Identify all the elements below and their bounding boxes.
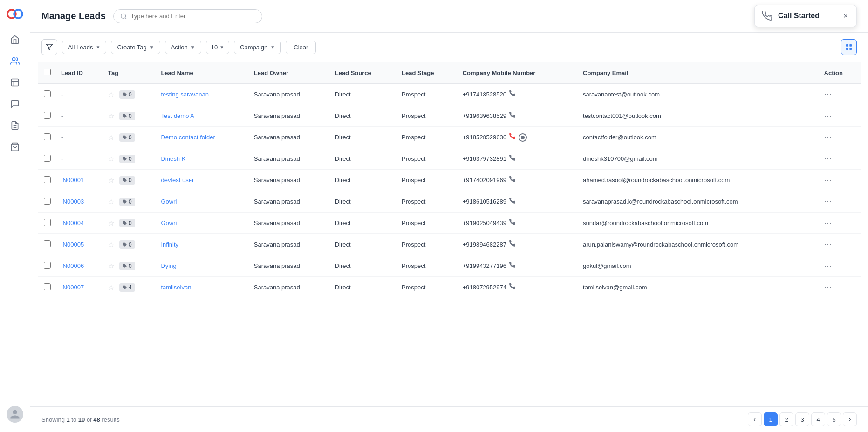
action-menu-button[interactable]: ··· [824,154,833,163]
row-checkbox[interactable] [44,90,51,97]
page-2-button[interactable]: 2 [779,412,793,426]
phone-icon[interactable] [509,133,516,141]
sidebar-item-leads[interactable] [6,52,24,70]
phone-icon[interactable] [509,112,516,120]
row-checkbox[interactable] [44,155,51,162]
phone-icon[interactable] [509,90,516,98]
lead-id-link[interactable]: IN00006 [61,262,84,269]
action-menu-button[interactable]: ··· [824,89,833,99]
lead-name-link[interactable]: Dinesh K [161,155,185,162]
page-5-button[interactable]: 5 [827,412,841,426]
phone-icon[interactable] [509,198,516,206]
row-checkbox-cell[interactable] [38,234,56,255]
lead-name-link[interactable]: testing saravanan [161,91,209,98]
search-input[interactable] [131,13,255,20]
lead-id-link[interactable]: IN00003 [61,198,84,205]
lead-name-link[interactable]: Gowri [161,219,177,226]
action-menu-button[interactable]: ··· [824,240,833,249]
star-icon[interactable]: ☆ [108,176,114,184]
sidebar-item-store[interactable] [6,138,24,156]
tag-badge[interactable]: 4 [119,283,135,292]
lead-id-link[interactable]: IN00004 [61,219,84,226]
star-icon[interactable]: ☆ [108,90,114,98]
row-checkbox-cell[interactable] [38,127,56,148]
lead-id-link[interactable]: IN00005 [61,241,84,248]
lead-id-link[interactable]: IN00001 [61,177,84,184]
phone-icon[interactable] [509,219,516,227]
tag-badge[interactable]: 0 [119,219,135,227]
filter-button[interactable] [41,39,57,55]
star-icon[interactable]: ☆ [108,283,114,291]
action-menu-button[interactable]: ··· [824,261,833,270]
tag-badge[interactable]: 0 [119,133,135,142]
lead-name-link[interactable]: Gowri [161,198,177,205]
star-icon[interactable]: ☆ [108,240,114,248]
row-checkbox[interactable] [44,198,51,205]
select-all-checkbox[interactable] [44,69,51,75]
search-box[interactable] [113,9,262,23]
phone-icon[interactable] [509,240,516,248]
prev-page-button[interactable]: ‹ [748,412,762,426]
tag-badge[interactable]: 0 [119,112,135,120]
sidebar-item-chat[interactable] [6,95,24,113]
page-size-select[interactable]: 10 ▼ [206,41,229,54]
row-checkbox-cell[interactable] [38,170,56,191]
lead-name-link[interactable]: Dying [161,262,176,269]
phone-icon[interactable] [509,262,516,270]
row-checkbox-cell[interactable] [38,191,56,213]
action-menu-button[interactable]: ··· [824,197,833,206]
star-icon[interactable]: ☆ [108,198,114,206]
next-page-button[interactable]: › [843,412,857,426]
row-checkbox-cell[interactable] [38,213,56,234]
lead-name-link[interactable]: Test demo A [161,112,194,119]
phone-icon[interactable] [509,155,516,163]
call-toast-close-icon[interactable] [842,13,849,19]
action-menu-button[interactable]: ··· [824,132,833,142]
row-checkbox[interactable] [44,219,51,226]
row-checkbox-cell[interactable] [38,84,56,105]
page-3-button[interactable]: 3 [795,412,809,426]
lead-name-link[interactable]: tamilselvan [161,284,191,291]
clear-button[interactable]: Clear [286,41,316,54]
select-all-header[interactable] [38,62,56,84]
row-checkbox-cell[interactable] [38,277,56,298]
star-icon[interactable]: ☆ [108,112,114,120]
action-menu-button[interactable]: ··· [824,282,833,292]
row-checkbox[interactable] [44,133,51,140]
row-checkbox-cell[interactable] [38,105,56,127]
tag-badge[interactable]: 0 [119,155,135,163]
active-call-indicator[interactable] [519,133,527,142]
tag-badge[interactable]: 0 [119,90,135,99]
row-checkbox[interactable] [44,283,51,290]
row-checkbox[interactable] [44,176,51,183]
tag-badge[interactable]: 0 [119,176,135,185]
row-checkbox[interactable] [44,240,51,247]
tag-badge[interactable]: 0 [119,198,135,206]
action-menu-button[interactable]: ··· [824,218,833,227]
logo[interactable] [6,5,24,23]
sidebar-item-home[interactable] [6,31,24,48]
row-checkbox-cell[interactable] [38,255,56,277]
lead-name-link[interactable]: Demo contact folder [161,134,215,141]
phone-icon[interactable] [509,176,516,184]
lead-name-link[interactable]: Infinity [161,241,178,248]
sidebar-item-notes[interactable] [6,117,24,134]
row-checkbox[interactable] [44,112,51,119]
star-icon[interactable]: ☆ [108,133,114,141]
campaign-dropdown[interactable]: Campaign ▼ [234,41,281,54]
user-avatar[interactable] [7,406,23,423]
phone-icon[interactable] [509,283,516,291]
star-icon[interactable]: ☆ [108,219,114,227]
sidebar-item-reports[interactable] [6,74,24,91]
star-icon[interactable]: ☆ [108,262,114,270]
page-4-button[interactable]: 4 [811,412,825,426]
create-tag-dropdown[interactable]: Create Tag ▼ [111,41,160,54]
all-leads-dropdown[interactable]: All Leads ▼ [62,41,106,54]
page-1-button[interactable]: 1 [764,412,778,426]
star-icon[interactable]: ☆ [108,155,114,163]
lead-name-link[interactable]: devtest user [161,177,194,184]
row-checkbox[interactable] [44,262,51,269]
grid-view-button[interactable] [841,39,857,55]
action-dropdown[interactable]: Action ▼ [165,41,201,54]
tag-badge[interactable]: 0 [119,262,135,270]
